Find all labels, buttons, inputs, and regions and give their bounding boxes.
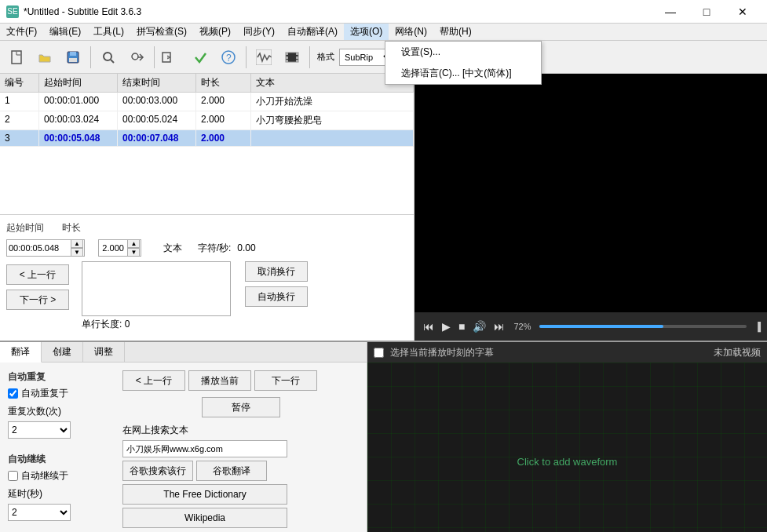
video-play-btn[interactable]: ▶ xyxy=(440,320,453,333)
cell-text xyxy=(251,130,414,146)
menu-sync[interactable]: 同步(Y) xyxy=(237,24,281,40)
duration-label: 时长 xyxy=(62,221,81,235)
next-btn[interactable]: 下一行 xyxy=(254,370,317,391)
no-video-label: 未加载视频 xyxy=(714,346,761,359)
window-title: *Untitled - Subtitle Edit 3.6.3 xyxy=(24,6,141,17)
menu-network[interactable]: 网络(N) xyxy=(389,24,433,40)
auto-continue-section: 自动继续 自动继续于 延时(秒) 2 3 5 xyxy=(8,453,110,521)
duration-down[interactable]: ▼ xyxy=(127,248,140,257)
action-buttons: 取消换行 自动换行 xyxy=(245,261,308,307)
auto-repeat-checkbox[interactable] xyxy=(8,388,18,399)
table-row[interactable]: 1 00:00:01.000 00:00:03.000 2.000 小刀开始洗澡 xyxy=(0,93,414,111)
dropdown-settings[interactable]: 设置(S)... xyxy=(385,42,541,63)
minimize-button[interactable]: — xyxy=(652,0,688,24)
menu-file[interactable]: 文件(F) xyxy=(0,24,43,40)
menu-tools[interactable]: 工具(L) xyxy=(87,24,130,40)
cell-end: 00:00:05.024 xyxy=(118,111,196,129)
check-button[interactable] xyxy=(187,44,214,71)
text-edit-row: < 上一行 下一行 > 单行长度: 0 取消换行 自动换行 xyxy=(6,261,407,331)
film-button[interactable] xyxy=(279,44,305,71)
delay-select[interactable]: 2 3 5 xyxy=(8,504,71,521)
prev-row-button[interactable]: < 上一行 xyxy=(6,264,69,285)
chars-per-sec-value: 0.00 xyxy=(237,242,255,253)
delay-label: 延时(秒) xyxy=(8,487,110,501)
auto-continue-checkbox-label: 自动继续于 xyxy=(21,469,68,483)
duration-up[interactable]: ▲ xyxy=(127,239,140,248)
video-end-marker: ▐ xyxy=(754,322,761,331)
maximize-button[interactable]: □ xyxy=(688,0,725,24)
waveform-canvas[interactable]: Click to add waveform xyxy=(367,363,767,532)
table-row[interactable]: 2 00:00:03.024 00:00:05.024 2.000 小刀弯腰捡肥… xyxy=(0,111,414,130)
subtitle-text-input[interactable] xyxy=(82,261,231,316)
bottom-right: 选择当前播放时刻的字幕 未加载视频 Click to add waveform … xyxy=(367,342,767,532)
prev-btn[interactable]: < 上一行 xyxy=(122,370,185,391)
tab-translate[interactable]: 翻译 xyxy=(0,342,42,363)
window-controls: — □ ✕ xyxy=(652,0,761,24)
open-button[interactable] xyxy=(31,44,58,71)
table-row-selected[interactable]: 3 00:00:05.048 00:00:07.048 2.000 xyxy=(0,130,414,147)
cell-text: 小刀弯腰捡肥皂 xyxy=(251,111,414,129)
video-skip-btn[interactable]: ⏭ xyxy=(491,320,507,333)
search-label: 在网上搜索文本 xyxy=(122,424,359,437)
find-button[interactable] xyxy=(95,44,122,71)
close-button[interactable]: ✕ xyxy=(725,0,761,24)
google-search-btn[interactable]: 谷歌搜索该行 xyxy=(122,461,193,481)
translate-settings-left: 自动重复 自动重复于 重复次数(次) 2 3 5 自动继续 xyxy=(8,370,110,532)
play-current-btn[interactable]: 播放当前 xyxy=(188,370,251,391)
search-text-input[interactable]: 小刀娱乐网www.x6g.com xyxy=(122,440,287,457)
col-end: 结束时间 xyxy=(118,74,196,92)
auto-continue-checkbox[interactable] xyxy=(8,471,18,481)
auto-repeat-section: 自动重复 自动重复于 重复次数(次) 2 3 5 xyxy=(8,370,110,439)
waveform-button[interactable] xyxy=(250,44,277,71)
translate-search-right: < 上一行 播放当前 下一行 暂停 在网上搜索文本 小刀娱乐网www.x6g.c… xyxy=(122,370,359,532)
textarea-section: 单行长度: 0 xyxy=(82,261,231,331)
menu-options[interactable]: 选项(O) xyxy=(344,24,389,40)
online-search-section: 在网上搜索文本 小刀娱乐网www.x6g.com 谷歌搜索该行 谷歌翻译 The… xyxy=(122,424,359,528)
google-translate-btn[interactable]: 谷歌翻译 xyxy=(196,461,267,481)
cell-start: 00:00:01.000 xyxy=(39,93,118,111)
visual-sync-icon xyxy=(161,49,183,65)
svg-rect-18 xyxy=(296,60,298,62)
toolbar-sep-1 xyxy=(90,46,91,68)
video-prev-btn[interactable]: ⏮ xyxy=(421,320,436,333)
cell-duration: 2.000 xyxy=(196,111,251,129)
next-row-button[interactable]: 下一行 > xyxy=(6,290,69,310)
toolbar-sep-2 xyxy=(154,46,155,68)
progress-bar[interactable] xyxy=(539,325,747,328)
video-stop-btn[interactable]: ■ xyxy=(456,320,467,333)
subtitle-at-playback-label: 选择当前播放时刻的字幕 xyxy=(390,346,494,359)
replace-button[interactable] xyxy=(123,44,150,71)
wikipedia-btn[interactable]: Wikipedia xyxy=(122,508,287,528)
cancel-replace-button[interactable]: 取消换行 xyxy=(245,261,308,282)
search-buttons: 谷歌搜索该行 谷歌翻译 The Free Dictionary Wikipedi… xyxy=(122,461,359,528)
waveform-add-label: Click to add waveform xyxy=(517,456,618,468)
auto-repeat-checkbox-row: 自动重复于 xyxy=(8,387,110,400)
cell-start: 00:00:03.024 xyxy=(39,111,118,129)
dropdown-language[interactable]: 选择语言(C)... [中文(简体)] xyxy=(385,63,541,84)
repeat-count-select[interactable]: 2 3 5 xyxy=(8,421,71,439)
menu-video[interactable]: 视频(P) xyxy=(193,24,237,40)
menu-autotranslate[interactable]: 自动翻译(A) xyxy=(281,24,344,40)
pause-row: 暂停 xyxy=(122,397,359,417)
subtitle-at-playback-checkbox[interactable] xyxy=(374,348,384,358)
video-area[interactable] xyxy=(415,74,767,312)
svg-rect-2 xyxy=(70,52,76,56)
toolbar: ? 格式 SubRip UTF-8 with BOM UTF-8 xyxy=(0,41,767,74)
help-button[interactable]: ? xyxy=(215,44,242,71)
free-dictionary-btn[interactable]: The Free Dictionary xyxy=(122,484,287,505)
cell-duration: 2.000 xyxy=(196,93,251,111)
auto-replace-button[interactable]: 自动换行 xyxy=(245,286,308,307)
video-mute-btn[interactable]: 🔊 xyxy=(470,320,488,333)
menu-help[interactable]: 帮助(H) xyxy=(433,24,478,40)
tab-adjust[interactable]: 调整 xyxy=(83,342,125,362)
start-time-down[interactable]: ▼ xyxy=(71,248,83,257)
tab-create[interactable]: 创建 xyxy=(42,342,83,362)
save-button[interactable] xyxy=(60,44,86,71)
edit-area: 起始时间 时长 00:00:05.048 ▲ ▼ 2.000 xyxy=(0,215,414,337)
visual-sync-button[interactable] xyxy=(159,44,185,71)
pause-btn[interactable]: 暂停 xyxy=(202,397,280,417)
new-button[interactable] xyxy=(3,44,30,71)
menu-spell[interactable]: 拼写检查(S) xyxy=(130,24,193,40)
menu-edit[interactable]: 编辑(E) xyxy=(43,24,87,40)
start-time-up[interactable]: ▲ xyxy=(71,239,83,248)
